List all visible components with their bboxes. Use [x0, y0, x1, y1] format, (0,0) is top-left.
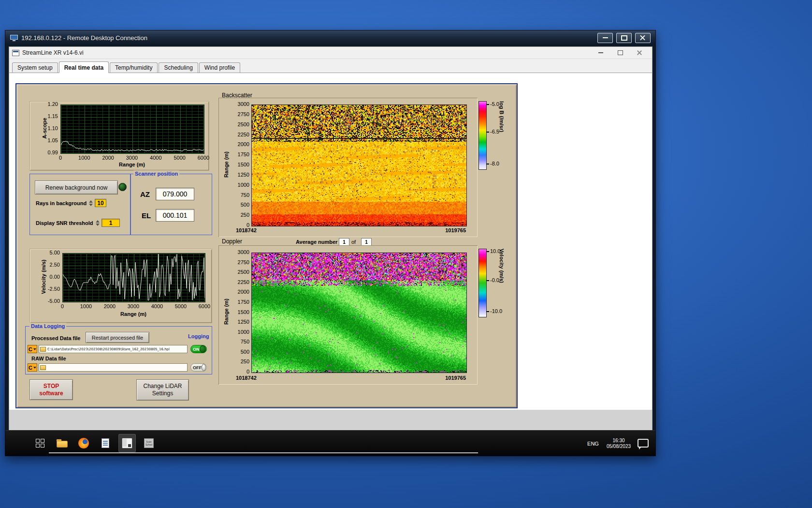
browse-folder-icon[interactable]	[40, 365, 46, 370]
rdp-maximize-button[interactable]	[616, 33, 632, 43]
stop-button-line2: software	[39, 390, 63, 397]
document-line	[103, 441, 108, 442]
rays-value[interactable]: 10	[95, 199, 106, 207]
tab-temp-humidity[interactable]: Temp/humidity	[110, 62, 158, 73]
rdp-titlebar[interactable]: 192.168.0.122 - Remote Desktop Connectio…	[5, 30, 655, 45]
azimuth-value[interactable]: 079.000	[156, 188, 194, 200]
backscatter-y-tick: 750	[228, 192, 249, 198]
minimize-icon	[598, 52, 603, 53]
tab-system-setup[interactable]: System setup	[12, 62, 58, 73]
doppler-y-tick: 1500	[228, 309, 249, 315]
bottom-strip	[9, 410, 652, 430]
rdp-minimize-button[interactable]	[597, 33, 613, 43]
app-close-button[interactable]	[630, 48, 649, 58]
a-scope-x-tick: 5000	[170, 155, 189, 161]
remote-desktop-icon	[10, 35, 18, 41]
colorbar-gradient	[478, 249, 487, 317]
document-shape	[102, 438, 109, 448]
elevation-label: EL	[142, 211, 151, 220]
document-line	[103, 443, 108, 444]
rays-spinner[interactable]	[88, 199, 93, 207]
doppler-y-tick: 250	[228, 359, 249, 365]
raw-path-field[interactable]	[39, 363, 188, 372]
colorbar-tick-label: 10.0	[490, 248, 500, 254]
doppler-x-start: 1018742	[236, 375, 279, 381]
drive-letter: C	[29, 365, 32, 371]
app-minimize-button[interactable]	[591, 48, 610, 58]
elevation-value[interactable]: 000.101	[156, 209, 194, 222]
a-scope-x-tick: 3000	[122, 155, 142, 161]
processed-path-field[interactable]: C:\Lidar\Data\Proc\2023\202308\20230809\…	[39, 345, 188, 353]
raw-logging-toggle[interactable]: OFF	[190, 363, 207, 372]
app-titlebar[interactable]: StreamLine XR v14-6.vi	[9, 47, 652, 59]
velocity-y-tick: -2.50	[36, 286, 60, 292]
folder-shape	[57, 439, 67, 447]
stop-software-button[interactable]: STOP software	[29, 379, 73, 400]
processed-drive-selector[interactable]: C	[28, 345, 37, 353]
restore-icon	[618, 50, 623, 55]
backscatter-y-tick: 2750	[228, 111, 249, 118]
toggle-knob	[200, 345, 206, 353]
average-number-label: Average number	[296, 239, 337, 245]
change-lidar-settings-button[interactable]: Change LiDAR Settings	[136, 379, 189, 401]
browse-folder-icon[interactable]	[40, 347, 46, 352]
app-client-area: A-scope Range (m) 1.201.151.101.050.9901…	[9, 73, 652, 430]
doppler-y-tick: 2000	[228, 289, 249, 295]
snr-value[interactable]: 1	[102, 219, 120, 227]
backscatter-y-tick: 500	[228, 202, 249, 208]
renew-background-button[interactable]: Renew background now	[35, 180, 118, 194]
language-indicator[interactable]: ENG	[586, 434, 600, 452]
app-restore-button[interactable]	[610, 48, 630, 58]
logging-label: Logging	[188, 333, 209, 339]
scan-scheduler-icon[interactable]: Scan Sched	[140, 434, 158, 452]
raw-drive-selector[interactable]: C	[28, 363, 37, 372]
start-grid-pane	[41, 439, 44, 443]
drive-letter: C	[29, 346, 32, 352]
tab-wind-profile[interactable]: Wind profile	[199, 62, 240, 73]
dropdown-arrow-icon	[33, 348, 36, 350]
colorbar-tick	[486, 311, 489, 312]
document-app-icon[interactable]	[97, 434, 114, 452]
clock-date: 05/08/2023	[604, 444, 634, 449]
file-explorer-icon[interactable]	[53, 434, 71, 452]
labview-app-icon[interactable]	[118, 434, 136, 452]
app-title: StreamLine XR v14-6.vi	[22, 49, 84, 56]
backscatter-y-tick: 2250	[228, 132, 249, 138]
a-scope-x-tick: 1000	[74, 155, 94, 161]
firefox-globe	[78, 438, 89, 448]
colorbar-tick-label: -0.0	[490, 277, 499, 284]
backscatter-y-tick: 1500	[228, 162, 249, 168]
rdp-close-button[interactable]	[635, 33, 651, 43]
tab-real-time-data[interactable]: Real time data	[59, 61, 109, 73]
start-button[interactable]	[31, 434, 49, 452]
velocity-x-tick: 3000	[124, 303, 143, 310]
processed-logging-toggle[interactable]: ON	[190, 345, 207, 353]
spinner-down-icon	[89, 204, 93, 206]
azimuth-label: AZ	[140, 190, 150, 198]
notification-icon[interactable]	[638, 439, 649, 448]
toggle-on-label: ON	[193, 347, 200, 352]
colorbar-tick-label: -10.0	[490, 308, 502, 314]
doppler-graph: Range (m) 1018742 1019765 30002750250022…	[218, 245, 478, 385]
change-button-line2: Settings	[152, 390, 173, 397]
backscatter-graph: Range (m) 1018742 1019765 30002750250022…	[218, 98, 478, 237]
doppler-y-tick: 750	[228, 339, 249, 345]
taskbar-clock[interactable]: 16:30 05/08/2023	[604, 434, 634, 452]
snr-spinner[interactable]	[95, 219, 100, 227]
velocity-x-tick: 4000	[147, 303, 167, 310]
processed-path-text: C:\Lidar\Data\Proc\2023\202308\20230809\…	[47, 347, 170, 351]
document-line	[103, 445, 108, 446]
velocity-x-axis-label: Range (m)	[104, 311, 162, 317]
a-scope-y-tick: 1.15	[37, 113, 58, 120]
backscatter-heatmap	[251, 105, 467, 226]
rays-in-background-label: Rays in background	[36, 200, 87, 206]
velocity-x-tick: 2000	[100, 303, 119, 310]
restart-processed-file-button[interactable]: Restart processed file	[86, 332, 149, 343]
backscatter-y-tick: 2000	[228, 141, 249, 148]
firefox-icon[interactable]	[75, 434, 92, 452]
backscatter-colorbar: log B (/m/sr) -5.0-6.5-8.0	[478, 100, 512, 174]
doppler-y-tick: 2500	[228, 269, 249, 275]
colorbar-tick-label: -8.0	[490, 161, 499, 167]
doppler-colorbar: Velocity (m/s) 10.0-0.0-10.0	[478, 248, 512, 321]
tab-scheduling[interactable]: Scheduling	[159, 62, 198, 73]
